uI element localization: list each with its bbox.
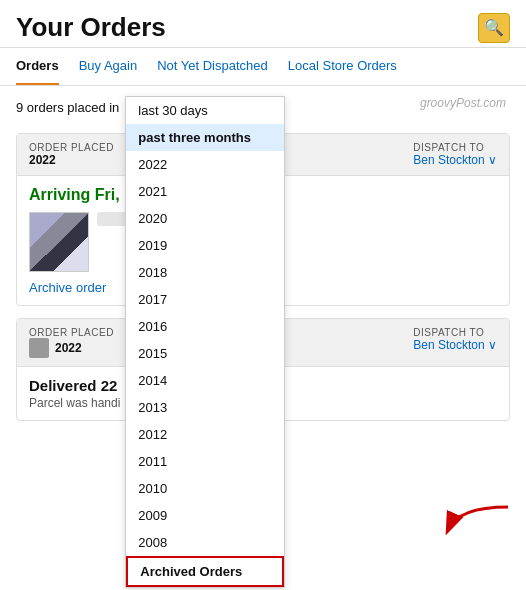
dropdown-item-last30[interactable]: last 30 days xyxy=(126,97,284,124)
order-placed-col-1: ORDER PLACED 2022 xyxy=(29,142,114,167)
watermark: groovyPost.com xyxy=(420,96,506,110)
red-arrow-svg xyxy=(438,502,518,538)
dropdown-list: last 30 days past three months 2022 2021… xyxy=(125,96,285,588)
order-placed-value-2: 2022 xyxy=(55,341,82,355)
dropdown-item-2017[interactable]: 2017 xyxy=(126,286,284,313)
dispatch-col-1: DISPATCH TO Ben Stockton ∨ xyxy=(413,142,497,167)
orders-count-text: 9 orders placed in xyxy=(16,100,119,115)
dropdown-item-2009[interactable]: 2009 xyxy=(126,502,284,529)
dropdown-item-past3months[interactable]: past three months xyxy=(126,124,284,151)
dropdown-item-2012[interactable]: 2012 xyxy=(126,421,284,448)
dropdown-item-2010[interactable]: 2010 xyxy=(126,475,284,502)
search-icon: 🔍 xyxy=(484,18,504,37)
dropdown-item-2013[interactable]: 2013 xyxy=(126,394,284,421)
dispatch-value-2[interactable]: Ben Stockton ∨ xyxy=(413,338,497,352)
page-title: Your Orders xyxy=(16,12,166,43)
dropdown-item-2011[interactable]: 2011 xyxy=(126,448,284,475)
dispatch-label-2: DISPATCH TO xyxy=(413,327,497,338)
arrow-annotation xyxy=(438,502,518,542)
order-placed-value-1: 2022 xyxy=(29,153,114,167)
dropdown-item-2020[interactable]: 2020 xyxy=(126,205,284,232)
tabs-bar: Orders Buy Again Not Yet Dispatched Loca… xyxy=(0,48,526,86)
time-filter-dropdown[interactable]: last 30 days last 30 days past three mon… xyxy=(125,96,228,119)
dropdown-item-2015[interactable]: 2015 xyxy=(126,340,284,367)
dispatch-value-1[interactable]: Ben Stockton ∨ xyxy=(413,153,497,167)
tab-orders[interactable]: Orders xyxy=(16,48,59,85)
dropdown-item-2008[interactable]: 2008 xyxy=(126,529,284,556)
archive-order-link[interactable]: Archive order xyxy=(29,280,106,295)
dispatch-col-2: DISPATCH TO Ben Stockton ∨ xyxy=(413,327,497,358)
dropdown-item-2018[interactable]: 2018 xyxy=(126,259,284,286)
orders-bar: 9 orders placed in last 30 days last 30 … xyxy=(0,86,526,129)
search-button[interactable]: 🔍 xyxy=(478,13,510,43)
dispatch-label-1: DISPATCH TO xyxy=(413,142,497,153)
dropdown-item-2022[interactable]: 2022 xyxy=(126,151,284,178)
page-header: Your Orders 🔍 xyxy=(0,0,526,48)
order-item-thumbnail-1 xyxy=(29,212,89,272)
dropdown-item-2019[interactable]: 2019 xyxy=(126,232,284,259)
dropdown-item-2021[interactable]: 2021 xyxy=(126,178,284,205)
tab-buy-again[interactable]: Buy Again xyxy=(79,48,138,85)
order-placed-label-2: ORDER PLACED xyxy=(29,327,114,338)
tab-local-store-orders[interactable]: Local Store Orders xyxy=(288,48,397,85)
order-placed-label-1: ORDER PLACED xyxy=(29,142,114,153)
order-image-thumb-2 xyxy=(29,338,49,358)
order-placed-col-2: ORDER PLACED 2022 xyxy=(29,327,114,358)
dropdown-item-archived-orders[interactable]: Archived Orders xyxy=(126,556,284,587)
tab-not-yet-dispatched[interactable]: Not Yet Dispatched xyxy=(157,48,268,85)
dropdown-item-2016[interactable]: 2016 xyxy=(126,313,284,340)
dropdown-item-2014[interactable]: 2014 xyxy=(126,367,284,394)
